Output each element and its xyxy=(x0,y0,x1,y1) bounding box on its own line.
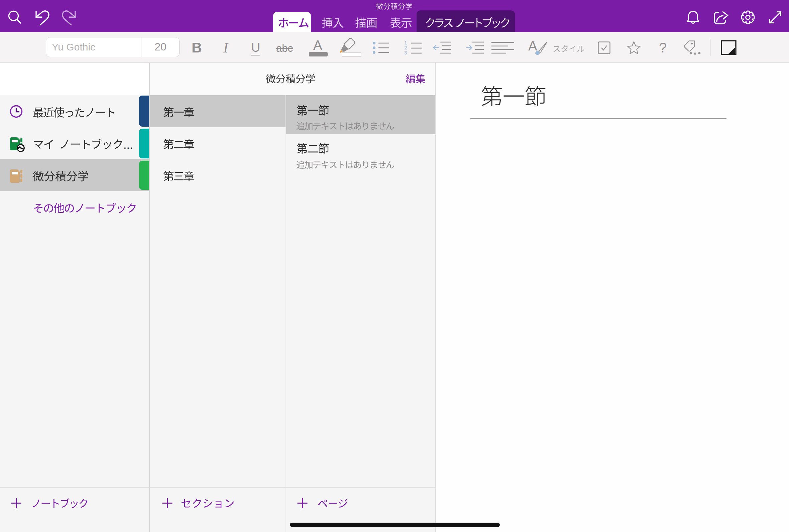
svg-text:3: 3 xyxy=(404,50,407,55)
